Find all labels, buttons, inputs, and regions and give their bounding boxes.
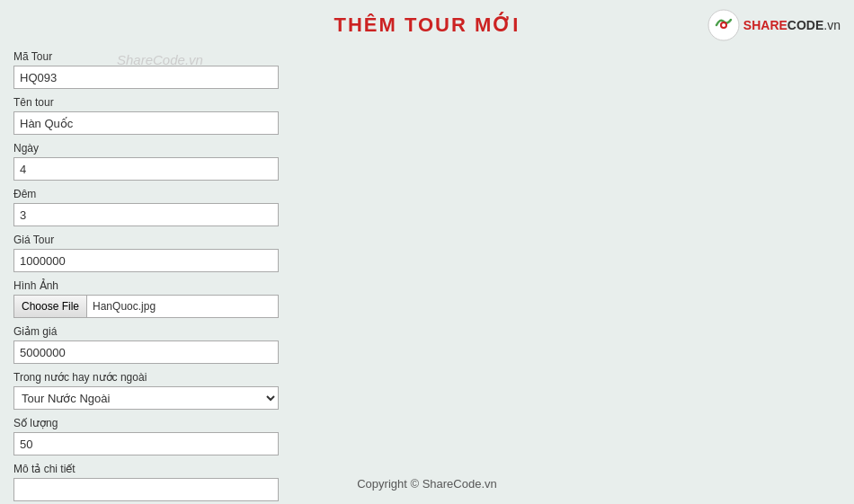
logo-icon [707, 9, 740, 41]
ten-tour-group: Tên tour [13, 96, 283, 135]
file-name-display: HanQuoc.jpg [87, 300, 156, 313]
giam-gia-group: Giảm giá [13, 325, 283, 364]
gia-tour-label: Giá Tour [13, 234, 283, 246]
mo-ta-label: Mô tả chi tiết [13, 463, 283, 475]
logo-vn: .vn [823, 18, 841, 32]
mo-ta-group: Mô tả chi tiết [13, 463, 283, 501]
svg-point-2 [722, 23, 725, 27]
file-input-wrapper: Choose File HanQuoc.jpg [13, 295, 279, 318]
trong-nuoc-label: Trong nước hay nước ngoài [13, 371, 283, 384]
so-luong-label: Số lượng [13, 417, 283, 429]
ma-tour-input[interactable] [13, 66, 279, 89]
footer-copyright: Copyright © ShareCode.vn [357, 477, 497, 491]
gia-tour-group: Giá Tour [13, 234, 283, 272]
trong-nuoc-group: Trong nước hay nước ngoài Tour Trong Nướ… [13, 371, 283, 410]
so-luong-group: Số lượng [13, 417, 283, 455]
logo-share: SHARE [743, 18, 787, 32]
hinh-anh-label: Hình Ảnh [13, 279, 283, 292]
ma-tour-group: Mã Tour [13, 50, 283, 89]
add-tour-form: Mã Tour Tên tour Ngày Đêm Giá Tour Hình … [0, 46, 297, 504]
dem-input[interactable] [13, 203, 279, 226]
so-luong-input[interactable] [13, 432, 279, 455]
mo-ta-input[interactable] [13, 478, 279, 501]
giam-gia-input[interactable] [13, 340, 279, 364]
dem-group: Đêm [13, 188, 283, 226]
logo: SHARECODE.vn [707, 9, 841, 41]
choose-file-button[interactable]: Choose File [14, 296, 87, 317]
ma-tour-label: Mã Tour [13, 50, 283, 63]
gia-tour-input[interactable] [13, 249, 279, 272]
hinh-anh-group: Hình Ảnh Choose File HanQuoc.jpg [13, 279, 283, 318]
giam-gia-label: Giảm giá [13, 325, 283, 338]
logo-code: CODE [787, 18, 823, 32]
ngay-input[interactable] [13, 157, 279, 181]
trong-nuoc-select[interactable]: Tour Trong Nước Tour Nước Ngoài [13, 386, 279, 410]
ten-tour-input[interactable] [13, 111, 279, 135]
logo-text: SHARECODE.vn [743, 18, 841, 32]
dem-label: Đêm [13, 188, 283, 200]
ngay-label: Ngày [13, 142, 283, 155]
ten-tour-label: Tên tour [13, 96, 283, 109]
ngay-group: Ngày [13, 142, 283, 181]
